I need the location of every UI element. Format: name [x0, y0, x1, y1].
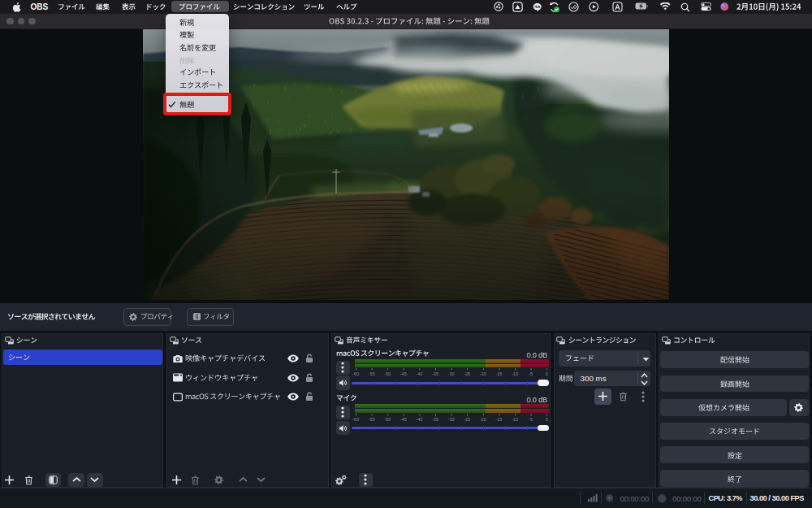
- svg-text:-35: -35: [432, 371, 438, 376]
- svg-text:0: 0: [545, 371, 547, 376]
- svg-text:-50: -50: [384, 416, 391, 421]
- svg-text:-5: -5: [529, 416, 533, 421]
- svg-text:-5: -5: [529, 371, 533, 376]
- svg-text:-15: -15: [495, 416, 502, 421]
- svg-text:-15: -15: [495, 371, 502, 376]
- svg-text:-30: -30: [447, 371, 454, 376]
- svg-text:-20: -20: [480, 371, 486, 376]
- svg-text:-30: -30: [447, 416, 454, 421]
- svg-text:-50: -50: [384, 371, 391, 376]
- svg-text:-45: -45: [400, 416, 407, 421]
- svg-text:-10: -10: [512, 416, 518, 421]
- svg-text:-10: -10: [512, 371, 518, 376]
- svg-text:-25: -25: [464, 416, 470, 421]
- svg-text:-45: -45: [400, 371, 407, 376]
- svg-text:-55: -55: [368, 416, 374, 421]
- svg-text:-35: -35: [432, 416, 438, 421]
- svg-text:-60: -60: [352, 371, 359, 376]
- svg-text:0: 0: [545, 416, 547, 421]
- svg-text:-25: -25: [464, 371, 470, 376]
- svg-text:-20: -20: [480, 416, 486, 421]
- svg-text:-40: -40: [416, 371, 422, 376]
- svg-text:-55: -55: [368, 371, 374, 376]
- svg-text:-60: -60: [352, 416, 359, 421]
- svg-text:-40: -40: [416, 416, 422, 421]
